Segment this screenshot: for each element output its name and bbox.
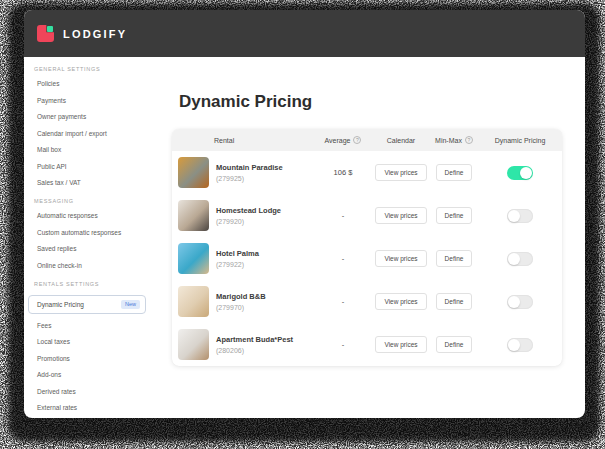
dynamic-pricing-toggle[interactable] — [507, 209, 533, 223]
dynamic-pricing-toggle[interactable] — [507, 166, 533, 180]
toggle-knob — [508, 253, 520, 265]
lodgify-logo[interactable]: LODGIFY — [37, 25, 127, 42]
column-header-average-label: Average — [325, 137, 351, 144]
section-label-general-settings: GENERAL SETTINGS — [24, 66, 160, 72]
sidebar-item-local-taxes[interactable]: Local taxes — [24, 338, 160, 345]
table-row: Homestead Lodge (279920) - View prices D… — [172, 194, 562, 237]
top-bar: LODGIFY — [24, 10, 585, 57]
sidebar-item-mail-box[interactable]: Mail box — [24, 146, 160, 153]
rental-id: (279925) — [216, 175, 283, 182]
sidebar-item-payments[interactable]: Payments — [24, 97, 160, 104]
sidebar-item-promotions[interactable]: Promotions — [24, 355, 160, 362]
rental-thumbnail — [178, 200, 209, 231]
rental-name: Hotel Palma — [216, 249, 259, 258]
table-header-row: Rental Average ? Calendar Min-Max ? Dyna… — [172, 129, 562, 151]
view-prices-button[interactable]: View prices — [375, 207, 426, 224]
logo-teal-square — [47, 26, 53, 32]
toggle-knob — [508, 210, 520, 222]
sidebar-item-saved-replies[interactable]: Saved replies — [24, 245, 160, 252]
column-header-rental: Rental — [172, 137, 314, 144]
view-prices-button[interactable]: View prices — [375, 336, 426, 353]
view-prices-button[interactable]: View prices — [375, 293, 426, 310]
sidebar-item-label: Dynamic Pricing — [37, 301, 84, 308]
column-header-min-max: Min-Max ? — [430, 136, 478, 144]
sidebar-item-sales-tax-vat[interactable]: Sales tax / VAT — [24, 179, 160, 186]
toggle-knob — [520, 167, 532, 179]
section-label-rentals-settings: RENTALS SETTINGS — [24, 281, 160, 287]
toggle-knob — [508, 339, 520, 351]
new-badge: New — [121, 300, 140, 309]
lodgify-logo-icon — [37, 25, 54, 42]
average-value: - — [314, 297, 372, 306]
column-header-min-max-label: Min-Max — [435, 137, 462, 144]
section-label-messaging: MESSAGING — [24, 198, 160, 204]
main-content: Dynamic Pricing Rental Average ? Calenda… — [160, 57, 585, 418]
table-row: Marigold B&B (279970) - View prices Defi… — [172, 280, 562, 323]
column-header-dynamic-pricing: Dynamic Pricing — [478, 137, 562, 144]
average-value: - — [314, 254, 372, 263]
sidebar-item-automatic-responses[interactable]: Automatic responses — [24, 212, 160, 219]
define-button[interactable]: Define — [436, 164, 473, 181]
dynamic-pricing-toggle[interactable] — [507, 338, 533, 352]
table-row: Apartment Buda*Pest (280206) - View pric… — [172, 323, 562, 366]
toggle-knob — [508, 296, 520, 308]
sidebar-item-add-ons[interactable]: Add-ons — [24, 371, 160, 378]
sidebar-item-derived-rates[interactable]: Derived rates — [24, 388, 160, 395]
sidebar-item-public-api[interactable]: Public API — [24, 163, 160, 170]
rental-id: (280206) — [216, 347, 293, 354]
define-button[interactable]: Define — [436, 293, 473, 310]
average-value: 106 $ — [314, 168, 372, 177]
define-button[interactable]: Define — [436, 250, 473, 267]
rentals-table: Rental Average ? Calendar Min-Max ? Dyna… — [172, 129, 562, 366]
sidebar-item-fees[interactable]: Fees — [24, 322, 160, 329]
sidebar-item-calendar-import-export[interactable]: Calendar import / export — [24, 130, 160, 137]
average-value: - — [314, 211, 372, 220]
rental-thumbnail — [178, 243, 209, 274]
column-header-average: Average ? — [314, 136, 372, 144]
average-value: - — [314, 340, 372, 349]
view-prices-button[interactable]: View prices — [375, 164, 426, 181]
dynamic-pricing-toggle[interactable] — [507, 252, 533, 266]
rental-name: Marigold B&B — [216, 292, 266, 301]
sidebar-item-policies[interactable]: Policies — [24, 80, 160, 87]
sidebar-item-custom-automatic-responses[interactable]: Custom automatic responses — [24, 229, 160, 236]
rental-name: Mountain Paradise — [216, 163, 283, 172]
app-window: LODGIFY GENERAL SETTINGS Policies Paymen… — [24, 10, 585, 418]
define-button[interactable]: Define — [436, 207, 473, 224]
define-button[interactable]: Define — [436, 336, 473, 353]
rental-name: Homestead Lodge — [216, 206, 281, 215]
settings-sidebar: GENERAL SETTINGS Policies Payments Owner… — [24, 57, 160, 418]
rental-thumbnail — [178, 286, 209, 317]
rental-id: (279970) — [216, 304, 266, 311]
sidebar-item-dynamic-pricing[interactable]: Dynamic Pricing New — [28, 295, 146, 314]
table-row: Mountain Paradise (279925) 106 $ View pr… — [172, 151, 562, 194]
sidebar-item-online-check-in[interactable]: Online check-in — [24, 262, 160, 269]
rental-name: Apartment Buda*Pest — [216, 335, 293, 344]
help-icon[interactable]: ? — [353, 136, 361, 144]
rental-thumbnail — [178, 157, 209, 188]
sidebar-item-external-rates[interactable]: External rates — [24, 404, 160, 411]
view-prices-button[interactable]: View prices — [375, 250, 426, 267]
rental-thumbnail — [178, 329, 209, 360]
brand-name: LODGIFY — [63, 28, 127, 40]
table-row: Hotel Palma (279922) - View prices Defin… — [172, 237, 562, 280]
page-title: Dynamic Pricing — [179, 92, 585, 112]
dynamic-pricing-toggle[interactable] — [507, 295, 533, 309]
rental-id: (279922) — [216, 261, 259, 268]
column-header-calendar: Calendar — [372, 137, 430, 144]
rental-id: (279920) — [216, 218, 281, 225]
help-icon[interactable]: ? — [465, 136, 473, 144]
sidebar-item-owner-payments[interactable]: Owner payments — [24, 113, 160, 120]
page-background: LODGIFY GENERAL SETTINGS Policies Paymen… — [0, 0, 605, 449]
